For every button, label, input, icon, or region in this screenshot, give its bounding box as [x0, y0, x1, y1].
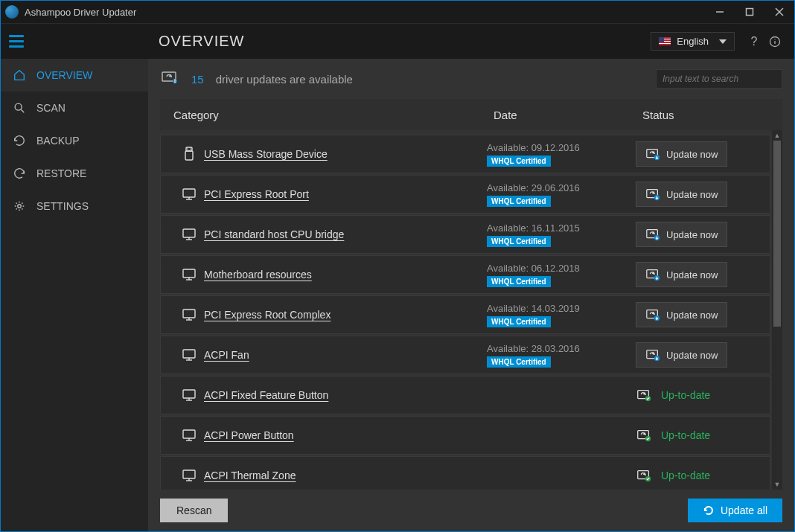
sidebar-item-overview[interactable]: OVERVIEW [1, 59, 148, 92]
usb-icon [174, 146, 204, 162]
available-date: Available: 29.06.2016 [487, 182, 580, 193]
search-box[interactable] [656, 69, 782, 89]
up-to-date-label: Up-to-date [661, 469, 710, 481]
chevron-down-icon [719, 39, 727, 44]
driver-status-cell: Up-to-date [636, 467, 756, 484]
driver-date-cell: Available: 06.12.2018WHQL Certified [487, 263, 636, 287]
monitor-icon [174, 347, 204, 363]
available-date: Available: 28.03.2016 [487, 343, 580, 354]
update-count: 15 [191, 73, 204, 86]
available-date: Available: 16.11.2015 [487, 222, 580, 234]
whql-badge: WHQL Certified [487, 356, 551, 368]
svg-line-8 [21, 109, 24, 112]
sidebar-item-label: BACKUP [36, 135, 80, 147]
driver-name-link[interactable]: USB Mass Storage Device [204, 148, 487, 160]
table-row: Motherboard resourcesAvailable: 06.12.20… [160, 255, 770, 294]
driver-date-cell: Available: 28.03.2016WHQL Certified [487, 343, 636, 368]
driver-status-cell: Update now [636, 222, 756, 247]
update-now-button[interactable]: Update now [636, 302, 727, 327]
search-input[interactable] [662, 74, 775, 84]
footer: Rescan Update all [148, 490, 794, 531]
driver-name-link[interactable]: PCI standard host CPU bridge [204, 228, 487, 240]
driver-name-link[interactable]: Motherboard resources [204, 269, 487, 281]
app-logo-icon [5, 5, 19, 19]
language-label: English [677, 36, 709, 47]
update-now-button[interactable]: Update now [636, 222, 727, 247]
update-now-label: Update now [666, 350, 718, 361]
sidebar: OVERVIEW SCAN BACKUP RESTORE SETTINGS [1, 59, 148, 531]
monitor-icon [174, 186, 204, 202]
table-header: Category Date Status [160, 99, 782, 130]
monitor-icon [174, 266, 204, 283]
whql-badge: WHQL Certified [487, 196, 551, 207]
sidebar-item-backup[interactable]: BACKUP [1, 124, 148, 157]
update-now-label: Update now [666, 269, 718, 281]
svg-rect-1 [747, 9, 753, 16]
update-all-button[interactable]: Update all [688, 499, 782, 522]
driver-name-link[interactable]: PCI Express Root Complex [204, 309, 487, 321]
update-now-label: Update now [666, 149, 718, 160]
whql-badge: WHQL Certified [487, 156, 551, 167]
titlebar: Ashampoo Driver Updater [1, 1, 794, 23]
vertical-scrollbar[interactable]: ▲ ▼ [772, 130, 782, 490]
sidebar-item-settings[interactable]: SETTINGS [1, 190, 148, 222]
col-header-category: Category [173, 109, 494, 121]
table-row: PCI Express Root ComplexAvailable: 14.03… [160, 295, 770, 334]
monitor-icon [174, 427, 204, 443]
driver-date-cell: Available: 29.06.2016WHQL Certified [487, 182, 636, 207]
sidebar-item-label: SCAN [36, 102, 66, 114]
maximize-button[interactable] [735, 1, 764, 23]
info-button[interactable] [764, 36, 785, 48]
svg-text:i: i [174, 79, 175, 83]
update-now-button[interactable]: Update now [636, 141, 727, 167]
up-to-date-label: Up-to-date [661, 389, 710, 401]
update-now-label: Update now [666, 310, 718, 321]
scroll-down-icon[interactable]: ▼ [772, 479, 782, 490]
available-date: Available: 06.12.2018 [487, 263, 580, 274]
help-button[interactable]: ? [744, 35, 764, 48]
refresh-icon [703, 504, 715, 516]
monitor-icon [174, 467, 204, 484]
driver-date-cell: Available: 16.11.2015WHQL Certified [487, 222, 636, 247]
svg-rect-36 [183, 310, 195, 318]
driver-name-link[interactable]: PCI Express Root Port [204, 188, 487, 200]
sidebar-item-label: OVERVIEW [36, 69, 92, 81]
svg-rect-16 [185, 151, 193, 160]
scrollbar-thumb[interactable] [773, 141, 781, 327]
minimize-button[interactable] [705, 1, 735, 23]
svg-point-7 [15, 103, 22, 110]
search-icon [775, 74, 776, 84]
col-header-status: Status [642, 109, 769, 121]
driver-refresh-icon: i [160, 68, 179, 90]
flag-us-icon [659, 37, 671, 45]
close-button[interactable] [764, 1, 794, 23]
driver-name-link[interactable]: ACPI Fixed Feature Button [204, 389, 487, 401]
svg-rect-15 [186, 147, 192, 151]
top-strip: OVERVIEW English ? [1, 23, 794, 59]
driver-status-cell: Up-to-date [636, 387, 756, 403]
sidebar-item-scan[interactable]: SCAN [1, 92, 148, 124]
svg-rect-26 [183, 229, 195, 237]
update-now-button[interactable]: Update now [636, 262, 727, 287]
driver-date-cell: Available: 09.12.2016WHQL Certified [487, 142, 636, 167]
monitor-icon [174, 387, 204, 403]
driver-name-link[interactable]: ACPI Thermal Zone [204, 469, 487, 481]
update-now-button[interactable]: Update now [636, 342, 727, 368]
language-selector[interactable]: English [651, 32, 735, 51]
up-to-date-status: Up-to-date [636, 467, 710, 484]
update-summary-text: driver updates are available [216, 73, 353, 86]
sub-header: i 15 driver updates are available [148, 59, 794, 99]
update-now-button[interactable]: Update now [636, 182, 727, 207]
svg-rect-51 [183, 430, 195, 438]
driver-status-cell: Update now [636, 262, 756, 287]
sidebar-item-restore[interactable]: RESTORE [1, 157, 148, 190]
up-to-date-status: Up-to-date [636, 427, 710, 443]
table-row: PCI standard host CPU bridgeAvailable: 1… [160, 215, 770, 254]
scroll-up-icon[interactable]: ▲ [772, 130, 782, 141]
menu-toggle-button[interactable] [1, 24, 32, 59]
rescan-button[interactable]: Rescan [160, 499, 228, 522]
driver-name-link[interactable]: ACPI Power Button [204, 429, 487, 441]
update-now-label: Update now [666, 229, 718, 240]
driver-name-link[interactable]: ACPI Fan [204, 349, 487, 361]
available-date: Available: 14.03.2019 [487, 303, 580, 314]
